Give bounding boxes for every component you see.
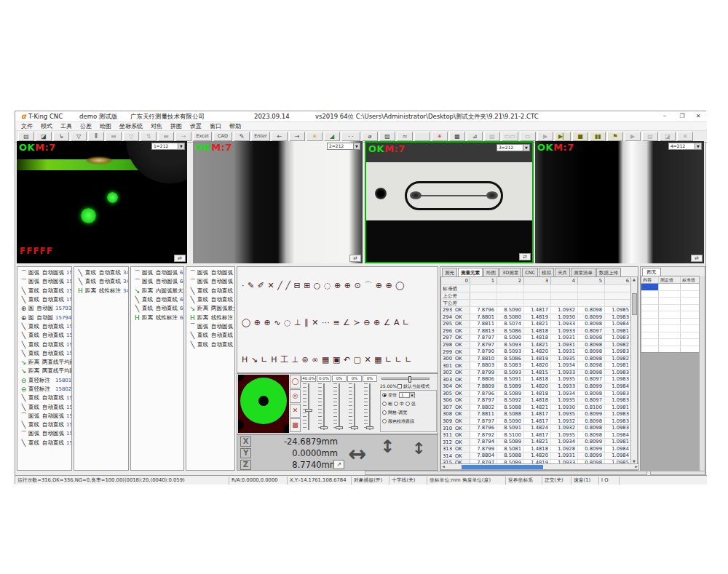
light-slider[interactable]: 0% [347, 375, 362, 433]
list-item[interactable]: ╲直线自动直线55 [186, 331, 234, 340]
list-item[interactable]: ↘距离两直线平均距 [17, 358, 71, 367]
list-item[interactable]: ↘距离内圆弧最大距 [131, 287, 183, 295]
tab-模拟[interactable]: 模拟 [539, 268, 554, 276]
color-track-radio[interactable]: 颜色校准跟踪 [382, 418, 435, 425]
list-item[interactable]: ╲直线自动直线15 [17, 402, 71, 411]
camera-2-view[interactable]: OKM:7 2=212▼ ⇄ [193, 141, 363, 263]
toolbar-cad-button[interactable]: CAD [213, 132, 232, 141]
table-row[interactable]: 304OK7.88098.50891.48201.09330.80991.098… [441, 383, 630, 391]
list-item[interactable]: ⊕圆自动圆15794 [17, 313, 71, 322]
tab-测量元素[interactable]: 测量元素 [458, 268, 483, 276]
results-vscrollbar[interactable]: ▲▼ [630, 276, 638, 464]
table-row[interactable]: 300OK7.88108.50861.48191.09350.80981.098… [441, 356, 630, 363]
scroll-thumb[interactable] [632, 293, 637, 315]
default-mode-checkbox[interactable]: 默认当前模式 [397, 383, 430, 390]
palette-tool-icon[interactable]: H [242, 355, 248, 364]
list-item[interactable]: H距离线性标注34 [74, 287, 128, 295]
table-fixed-row[interactable]: 下公差 [441, 300, 630, 307]
palette-tool-icon[interactable]: ◌ [324, 281, 331, 290]
list-item[interactable]: ⌒圆弧自动圆弧55 [186, 322, 234, 331]
toolbar-tiles-button[interactable]: ▭▭ [502, 132, 518, 141]
palette-tool-icon[interactable]: ⊥ [294, 318, 301, 327]
maximize-button[interactable]: ❐ [675, 113, 689, 119]
tab-CNC[interactable]: CNC [522, 268, 538, 276]
camera-3-resize-grip[interactable]: ⇄ [519, 253, 531, 260]
list-item[interactable]: ╲直线自动直线15 [17, 439, 71, 447]
palette-tool-icon[interactable]: ⊕ [264, 318, 271, 327]
ring-light-indicator[interactable] [238, 375, 289, 433]
palette-tool-icon[interactable]: ▣ [333, 355, 340, 364]
elements-row[interactable] [641, 346, 700, 354]
toolbar-block2-button[interactable]: ▬ [158, 132, 174, 141]
elements-vscrollbar[interactable] [699, 276, 705, 471]
toolbar-open2-button[interactable]: ◪ [660, 132, 676, 141]
elements-row[interactable] [641, 284, 700, 291]
palette-tool-icon[interactable]: ▢ [354, 355, 361, 364]
jog-diagonal-button[interactable]: ↗ [333, 460, 344, 469]
camera-4-resize-grip[interactable]: ⇄ [691, 255, 703, 262]
toolbar-star-button[interactable]: ✳ [432, 132, 448, 141]
toolbar-save3-button[interactable]: ▤ [642, 132, 658, 141]
camera-1-selector[interactable]: 1=212▼ [151, 143, 185, 150]
list-item[interactable]: ⌒圆弧自动圆弧55 [186, 277, 234, 286]
table-row[interactable]: 302OK7.87998.50931.48151.09330.80981.098… [441, 370, 630, 377]
toolbar-column-button[interactable]: Ⅱ [88, 132, 104, 141]
palette-tool-icon[interactable]: ∟ [385, 355, 392, 364]
list-item[interactable]: ╲直线自动直线55 [186, 340, 234, 348]
light-mode-button[interactable]: ▩ [290, 418, 301, 432]
palette-tool-icon[interactable]: ✕ [267, 281, 274, 290]
camera-4-selector[interactable]: 4=212▼ [668, 143, 702, 150]
list-item[interactable]: ╲直线自动直线15 [17, 394, 71, 402]
palette-tool-icon[interactable]: ∠ [343, 318, 350, 327]
palette-tool-icon[interactable]: ⋯ [322, 318, 330, 327]
toolbar-play-button[interactable]: ▶ [537, 132, 553, 141]
palette-tool-icon[interactable]: ▦ [322, 355, 329, 364]
slider-thumb[interactable] [336, 426, 343, 429]
light-slider[interactable]: 0% [332, 375, 347, 433]
toolbar-chart-button[interactable]: ⊿ [467, 132, 483, 141]
toolbar-stop-button[interactable]: ■ [572, 132, 588, 141]
palette-tool-icon[interactable]: ⊙ [355, 281, 361, 290]
results-hscrollbar[interactable]: ◄► [440, 463, 639, 470]
toolbar-cup-button[interactable]: ▽ [123, 132, 139, 141]
palette-tool-icon[interactable]: ✎ [248, 281, 254, 290]
list-item[interactable]: ⌒圆弧自动圆弧15 [17, 268, 71, 277]
list-item[interactable]: ╲直线自动直线15 [17, 349, 71, 358]
palette-tool-icon[interactable]: ⊥ [292, 355, 299, 364]
menu-item-帮助[interactable]: 帮助 [229, 122, 241, 130]
palette-tool-icon[interactable]: ≡ [333, 318, 339, 327]
camera-3-view[interactable]: OKM:7 3=212▼ ⇄ [365, 141, 534, 263]
toolbar-pen-button[interactable]: ✎ [234, 132, 250, 141]
camera-2-resize-grip[interactable]: ⇄ [349, 255, 361, 262]
toolbar-terrain-button[interactable]: ◢ [324, 132, 340, 141]
menu-item-设置[interactable]: 设置 [190, 122, 202, 130]
toolbar-excel-button[interactable]: Excel [193, 132, 212, 141]
table-row[interactable]: 307OK7.88028.50881.48211.09300.81001.098… [441, 404, 630, 412]
tab-测光[interactable]: 测光 [442, 268, 457, 276]
menu-item-工具[interactable]: 工具 [60, 122, 72, 130]
palette-tool-icon[interactable]: ⊞ [304, 281, 310, 290]
toolbar-pause-button[interactable]: ▮▮ [590, 132, 606, 141]
camera-2-selector[interactable]: 2=212▼ [327, 143, 360, 150]
tab-夹具[interactable]: 夹具 [555, 268, 570, 276]
palette-tool-icon[interactable]: ╱ [277, 281, 282, 290]
jog-z-arrow[interactable]: ↕ [412, 439, 425, 458]
palette-tool-icon[interactable]: ✐ [258, 281, 264, 290]
palette-tool-icon[interactable]: ◯ [395, 281, 404, 290]
palette-tool-icon[interactable]: ◯ [242, 318, 250, 327]
elements-row[interactable] [641, 291, 700, 298]
toolbar-bulb-button[interactable]: ☀ [306, 132, 323, 141]
master-light-slider[interactable] [381, 378, 430, 380]
list-item[interactable]: ⌒圆弧自动圆弧66 [131, 277, 183, 286]
toolbar-save-button[interactable]: ▤ [18, 132, 34, 141]
table-row[interactable]: 312OK7.87948.50891.48211.09340.80991.098… [441, 439, 630, 446]
camera-3-selector[interactable]: 3=212▼ [496, 144, 530, 151]
slider-thumb[interactable] [408, 376, 411, 383]
table-fixed-row[interactable]: 标准值 [441, 285, 630, 292]
list-item[interactable]: ⊖直径标注15802 [17, 385, 71, 394]
list-item[interactable]: ╲直线自动直线15 [17, 420, 71, 429]
light-slider[interactable]: 0% [363, 375, 377, 433]
list-item[interactable]: ╲直线自动直线34 [74, 277, 128, 286]
table-fixed-row[interactable]: 上公差 [441, 292, 630, 300]
toolbar-probe-button[interactable]: ▽ [71, 132, 87, 141]
